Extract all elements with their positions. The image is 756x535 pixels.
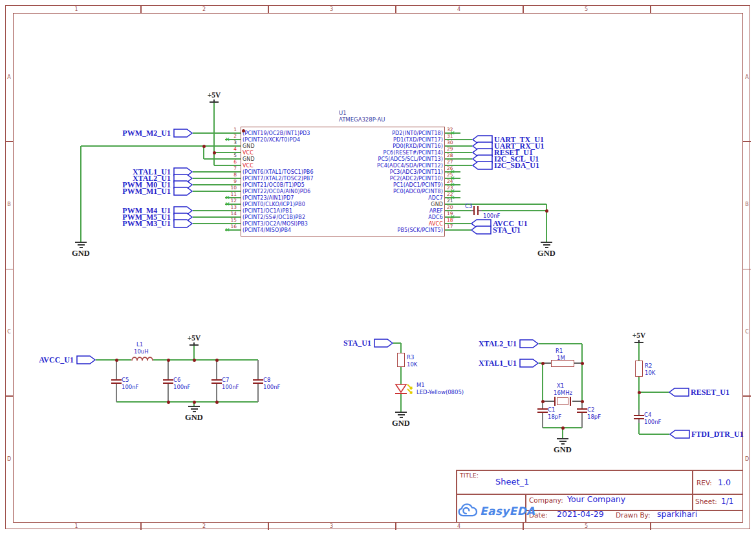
component-ref-C4[interactable]: C4 <box>644 412 651 418</box>
wire[interactable] <box>539 343 582 344</box>
component-ref-C1[interactable]: C1 <box>548 406 555 413</box>
wire[interactable] <box>581 344 583 401</box>
wire[interactable] <box>96 359 131 361</box>
ic-reference[interactable]: U1 <box>339 110 347 116</box>
ic-pin-name: GND <box>243 143 255 149</box>
net-flag-xtal2_u1[interactable] <box>519 339 540 348</box>
gnd-label[interactable]: GND <box>550 445 576 454</box>
wire[interactable] <box>400 343 402 353</box>
gnd-bar-icon <box>559 441 567 442</box>
net-label-i2c_sda_u1[interactable]: I2C_SDA_U1 <box>494 161 539 170</box>
no-connect-icon: ✕ <box>450 131 455 136</box>
ic-pin-name: AVCC <box>340 221 443 227</box>
net-label-avcc_u1[interactable]: AVCC_U1 <box>0 355 74 364</box>
component-value-R2[interactable]: 10K <box>645 370 655 376</box>
resistor-R2[interactable] <box>635 361 643 377</box>
power-label-5v[interactable]: +5V <box>181 334 207 342</box>
component-value-C6[interactable]: 100nF <box>173 384 191 390</box>
component-ref-C7[interactable]: C7 <box>222 377 229 383</box>
component-ref-L1[interactable]: L1 <box>136 341 143 348</box>
component-value-C7[interactable]: 100nF <box>222 384 239 390</box>
net-flag-i2c_sda_u1[interactable] <box>472 161 493 170</box>
net-label-pwm_m3_u1[interactable]: PWM_M3_U1 <box>74 219 171 228</box>
component-value-C5[interactable]: 100nF <box>122 384 139 390</box>
gnd-bar-icon <box>78 244 85 246</box>
frame-column-tick <box>140 5 142 13</box>
wire[interactable] <box>116 401 258 403</box>
net-label-pwm_m1_u1[interactable]: PWM_M1_U1 <box>74 187 171 196</box>
wire[interactable] <box>193 344 195 360</box>
component-ref-C2[interactable]: C2 <box>587 406 594 413</box>
date-value[interactable]: 2021-04-29 <box>557 510 604 519</box>
company-value[interactable]: Your Company <box>567 495 625 504</box>
net-flag-reset_u1[interactable] <box>669 388 689 397</box>
component-ref-R2[interactable]: R2 <box>645 362 652 369</box>
frame-column-tick <box>523 522 524 530</box>
net-flag-sta_u1[interactable] <box>471 226 491 235</box>
crystal-X1[interactable] <box>557 397 568 405</box>
net-flag-pwm_m1_u1[interactable] <box>173 187 194 196</box>
wire[interactable] <box>203 146 204 159</box>
net-label-reset_u1[interactable]: RESET_U1 <box>691 388 729 397</box>
ic-pin-name: PD1(TXD/PCINT17) <box>340 137 443 143</box>
gnd-label[interactable]: GND <box>68 249 94 258</box>
component-ref-R1[interactable]: R1 <box>556 348 563 354</box>
crystal-plate <box>570 397 571 406</box>
component-value-R3[interactable]: 10K <box>407 361 417 368</box>
gnd-label[interactable]: GND <box>388 419 414 428</box>
net-flag-pwm_m2_u1[interactable] <box>173 129 194 138</box>
component-ref-M1[interactable]: M1 <box>416 382 425 388</box>
wire[interactable] <box>482 210 546 211</box>
component-value-C1[interactable]: 18pF <box>548 414 561 420</box>
component-ref-X1[interactable]: X1 <box>557 383 564 389</box>
sheet-value[interactable]: 1/1 <box>721 497 733 506</box>
capacitor-lead <box>257 384 259 402</box>
component-value-C2[interactable]: 18pF <box>587 414 601 420</box>
wire[interactable] <box>638 377 640 392</box>
component-value-C3[interactable]: 100nF <box>483 213 501 219</box>
wire[interactable] <box>638 342 640 361</box>
net-flag-sta_u1[interactable] <box>374 339 394 348</box>
net-flag-ftdi_dtr_u1[interactable] <box>669 430 690 439</box>
wire[interactable] <box>213 101 215 165</box>
net-label-sta_u1[interactable]: STA_U1 <box>493 226 521 235</box>
ic-value[interactable]: ATMEGA328P-AU <box>339 116 385 123</box>
capacitor-lead <box>167 384 169 402</box>
component-value-C4[interactable]: 100nF <box>644 419 662 425</box>
wire[interactable] <box>639 392 669 393</box>
net-label-ftdi_dtr_u1[interactable]: FTDI_DTR_U1 <box>691 430 744 439</box>
net-label-xtal2_u1[interactable]: XTAL2_U1 <box>420 339 517 348</box>
ic-pin-name: (PCINT0/CLKO/ICP1)PB0 <box>243 202 305 207</box>
component-value-X1[interactable]: 16MHz <box>554 390 572 396</box>
net-flag-pwm_m3_u1[interactable] <box>173 219 194 228</box>
component-ref-C5[interactable]: C5 <box>122 377 129 383</box>
net-flag-avcc_u1[interactable] <box>76 355 97 364</box>
component-value-C8[interactable]: 100nF <box>263 384 281 390</box>
component-ref-R3[interactable]: R3 <box>407 354 414 361</box>
wire[interactable] <box>638 392 640 410</box>
component-ref-C6[interactable]: C6 <box>173 377 180 383</box>
wire[interactable] <box>638 423 640 434</box>
wire[interactable] <box>542 363 543 401</box>
wire[interactable] <box>81 145 241 147</box>
net-label-xtal1_u1[interactable]: XTAL1_U1 <box>420 359 517 368</box>
net-label-pwm_m2_u1[interactable]: PWM_M2_U1 <box>74 129 171 138</box>
frame-column-tick <box>268 5 269 13</box>
resistor-R3[interactable] <box>397 353 405 367</box>
component-ref-C3[interactable]: C3 <box>465 203 472 209</box>
rev-value[interactable]: 1.0 <box>718 478 731 487</box>
gnd-label[interactable]: GND <box>534 249 559 258</box>
power-label-5v[interactable]: +5V <box>626 331 652 340</box>
wire[interactable] <box>639 434 669 435</box>
sheet-title[interactable]: Sheet_1 <box>495 477 529 487</box>
power-label-5v[interactable]: +5V <box>201 91 227 100</box>
component-value-L1[interactable]: 10uH <box>134 348 149 355</box>
component-value-M1[interactable]: LED-Yellow(0805) <box>416 389 464 395</box>
drawn-by-value[interactable]: sparkihari <box>657 510 697 519</box>
component-ref-C8[interactable]: C8 <box>263 377 270 383</box>
ic-pin-number: 5 <box>224 153 237 158</box>
gnd-label[interactable]: GND <box>181 413 207 422</box>
net-label-sta_u1[interactable]: STA_U1 <box>274 339 371 348</box>
net-flag-xtal1_u1[interactable] <box>519 359 540 368</box>
component-value-R1[interactable]: 1M <box>557 355 565 361</box>
